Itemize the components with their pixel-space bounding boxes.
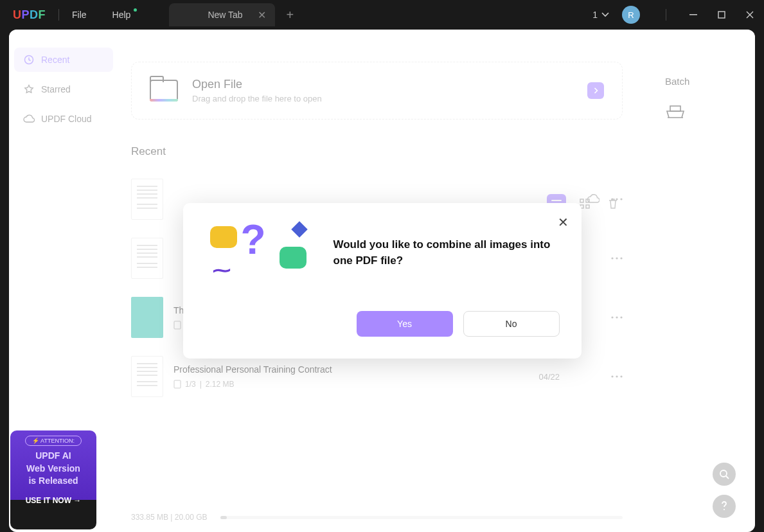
minimize-button[interactable] (679, 1, 707, 29)
no-button[interactable]: No (463, 311, 560, 337)
combine-images-dialog: ✕ ? ⁓ Would you like to combine all imag… (183, 203, 582, 359)
notification-dot (134, 8, 137, 12)
dialog-illustration: ? ⁓ (205, 221, 314, 285)
svg-rect-0 (689, 14, 697, 15)
menu-help[interactable]: Help (112, 10, 131, 20)
promo-banner[interactable]: ⚡ ATTENTION: UPDF AI Web Version is Rele… (10, 430, 96, 529)
close-icon[interactable]: ✕ (258, 9, 266, 21)
promo-text: UPDF AI Web Version is Released (10, 450, 96, 488)
chevron-down-icon[interactable] (601, 12, 609, 17)
app-body: Recent Starred UPDF Cloud Open File Drag… (9, 30, 755, 532)
modal-overlay: ✕ ? ⁓ Would you like to combine all imag… (9, 30, 755, 532)
divider (58, 9, 59, 21)
promo-button[interactable]: USE IT NOW → (10, 496, 96, 505)
tab-label: New Tab (208, 10, 242, 20)
dialog-close-button[interactable]: ✕ (558, 215, 569, 230)
app-logo: UPDF (13, 8, 46, 22)
promo-badge: ⚡ ATTENTION: (25, 436, 82, 446)
avatar[interactable]: R (622, 6, 640, 24)
window-count[interactable]: 1 (592, 10, 598, 20)
svg-rect-1 (718, 12, 725, 18)
add-tab-button[interactable]: + (287, 8, 294, 22)
maximize-button[interactable] (707, 1, 736, 29)
divider (666, 9, 666, 21)
menu-file[interactable]: File (72, 10, 87, 20)
titlebar: UPDF File Help New Tab ✕ + 1 R (0, 0, 764, 30)
dialog-message: Would you like to combine all images int… (333, 237, 560, 269)
yes-button[interactable]: Yes (357, 311, 453, 337)
close-button[interactable] (736, 1, 764, 29)
tab-new[interactable]: New Tab ✕ (169, 3, 274, 26)
